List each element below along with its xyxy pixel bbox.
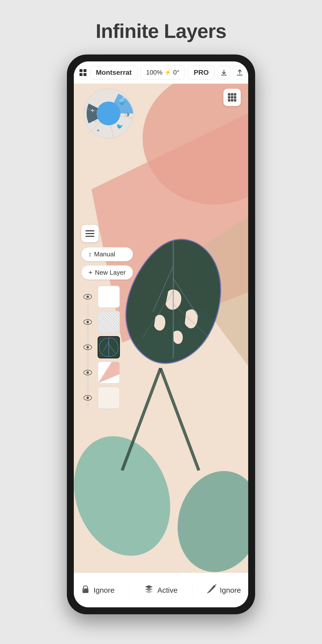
layer-visibility-toggle[interactable] <box>81 341 94 354</box>
layer-thumbnail[interactable] <box>98 387 120 409</box>
svg-rect-39 <box>228 99 230 102</box>
ignore-lock-label: Ignore <box>94 586 114 594</box>
svg-rect-9 <box>84 69 86 72</box>
phone-frame: Montserrat 100% ⚡ 0° PRO <box>67 54 255 614</box>
zoom-control[interactable]: 100% ⚡ 0° <box>140 66 185 80</box>
phone-screen: Montserrat 100% ⚡ 0° PRO <box>74 62 248 607</box>
svg-rect-8 <box>80 69 82 72</box>
svg-text:✦: ✦ <box>96 128 100 133</box>
svg-rect-41 <box>234 99 236 102</box>
svg-point-49 <box>86 371 89 374</box>
ignore-lock-action[interactable]: Ignore <box>81 584 114 596</box>
sort-icon: ↕ <box>88 250 92 258</box>
svg-text:✛: ✛ <box>91 108 94 113</box>
layer-thumbnail[interactable] <box>98 286 120 308</box>
layer-item <box>81 286 133 308</box>
bottom-action-bar: Ignore Active <box>74 573 248 607</box>
svg-rect-36 <box>228 96 230 98</box>
layer-visibility-toggle[interactable] <box>81 391 94 404</box>
active-label: Active <box>157 586 178 594</box>
layers-icon <box>144 584 154 596</box>
upload-button[interactable] <box>233 66 246 80</box>
new-layer-button[interactable]: + New Layer <box>81 265 133 280</box>
hamburger-button[interactable] <box>81 225 98 242</box>
svg-rect-11 <box>84 73 86 76</box>
svg-rect-53 <box>82 588 88 593</box>
ignore-pen-action[interactable]: Ignore <box>207 584 241 596</box>
svg-rect-38 <box>234 96 236 98</box>
svg-rect-33 <box>228 93 230 96</box>
radial-menu: = 🐦 ◑ 🐦 〜 ✦ 78.8 ✛ <box>81 86 136 141</box>
layer-visibility-toggle[interactable] <box>81 290 94 303</box>
layer-item <box>81 362 133 384</box>
manual-sort-button[interactable]: ↕ Manual <box>81 247 133 261</box>
svg-point-43 <box>86 296 89 298</box>
layer-panel: ↕ Manual + New Layer <box>81 247 133 412</box>
divider <box>129 583 129 598</box>
layer-visibility-toggle[interactable] <box>81 366 94 379</box>
canvas-grid-button[interactable] <box>224 89 241 106</box>
svg-text:🐦: 🐦 <box>116 123 123 130</box>
layer-item <box>81 387 133 409</box>
lock-icon <box>81 584 90 596</box>
pro-button[interactable]: PRO <box>188 66 214 80</box>
ignore-pen-label: Ignore <box>220 586 241 594</box>
layer-thumbnail[interactable] <box>98 362 120 384</box>
add-icon: + <box>88 268 92 276</box>
svg-point-47 <box>86 346 89 348</box>
svg-point-52 <box>86 396 89 399</box>
svg-rect-40 <box>231 99 233 102</box>
svg-point-32 <box>96 102 120 125</box>
divider <box>192 583 192 598</box>
layer-visibility-toggle[interactable] <box>81 316 94 328</box>
hamburger-line-1 <box>86 230 94 231</box>
download-button[interactable] <box>218 66 230 80</box>
svg-rect-54 <box>83 590 84 590</box>
layer-item <box>81 311 133 333</box>
toolbar-right: PRO <box>188 66 248 80</box>
toolbar: Montserrat 100% ⚡ 0° PRO <box>74 62 248 84</box>
grid-button[interactable] <box>79 66 87 80</box>
hamburger-line-3 <box>86 236 94 237</box>
svg-rect-34 <box>231 93 233 96</box>
hamburger-line-2 <box>86 233 94 234</box>
active-layers-action[interactable]: Active <box>144 584 178 596</box>
layer-thumbnail[interactable] <box>98 311 120 333</box>
svg-line-57 <box>208 584 216 593</box>
layer-list <box>81 286 133 412</box>
svg-rect-37 <box>231 96 233 98</box>
svg-text:◑: ◑ <box>125 111 130 117</box>
svg-text:〜: 〜 <box>93 119 97 124</box>
svg-rect-10 <box>80 73 82 76</box>
page-title: Infinite Layers <box>0 20 322 42</box>
svg-rect-35 <box>234 93 236 96</box>
font-selector[interactable]: Montserrat <box>90 66 138 80</box>
svg-point-45 <box>86 321 89 323</box>
layer-item-active <box>81 336 133 358</box>
layer-thumbnail-active[interactable] <box>98 336 120 358</box>
pen-icon <box>207 584 216 596</box>
